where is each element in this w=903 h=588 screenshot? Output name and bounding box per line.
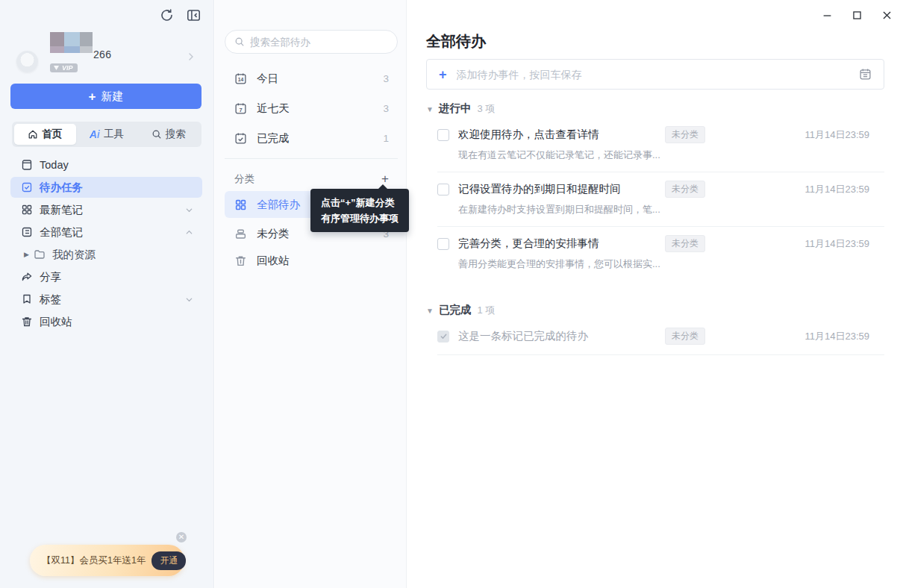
window-controls <box>821 9 893 21</box>
calendar-7-icon: 7 <box>234 102 247 115</box>
category-section-label: 分类 <box>234 172 254 186</box>
tooltip-line2: 有序管理待办事项 <box>321 210 399 226</box>
smart-list-week[interactable]: 7 近七天 3 <box>225 97 398 119</box>
plus-icon: + <box>439 68 447 81</box>
category-badge[interactable]: 未分类 <box>665 181 705 198</box>
todo-search[interactable] <box>225 30 398 54</box>
count-badge: 3 <box>383 103 389 114</box>
category-badge[interactable]: 未分类 <box>665 126 705 143</box>
promo-cta-button[interactable]: 开通 <box>151 551 186 570</box>
sidebar-item-share[interactable]: 分享 <box>10 266 202 288</box>
folder-icon <box>34 248 46 260</box>
ai-logo-icon: Ai <box>90 128 100 140</box>
trash-icon <box>21 316 33 328</box>
close-icon[interactable] <box>881 9 893 21</box>
todo-description: 善用分类能更合理的安排事情，您可以根据实... <box>458 257 869 271</box>
due-date: 11月14日23:59 <box>805 330 870 343</box>
todo-checkbox-checked[interactable] <box>437 331 449 343</box>
grid-icon <box>21 204 33 216</box>
section-count: 1 项 <box>477 304 495 317</box>
sidebar-tabs: 首页 Ai 工具 搜索 <box>12 122 201 147</box>
todo-list-panel: 14 今日 3 7 近七天 3 已完成 1 分类 + 全部待办 未分类 3 <box>215 0 407 588</box>
collapse-triangle-icon[interactable]: ▼ <box>426 307 434 315</box>
section-completed[interactable]: ▼ 已完成 1 项 <box>426 303 884 318</box>
minimize-icon[interactable] <box>821 9 833 21</box>
due-date: 11月14日23:59 <box>805 183 870 196</box>
tab-ai-tools[interactable]: Ai 工具 <box>76 124 138 145</box>
collapse-sidebar-icon[interactable] <box>185 7 201 23</box>
todo-item-completed[interactable]: 这是一条标记已完成的待办 未分类 11月14日23:59 <box>437 319 884 355</box>
new-note-button[interactable]: + 新建 <box>10 84 201 109</box>
tab-search[interactable]: 搜索 <box>137 124 199 145</box>
todo-title: 记得设置待办的到期日和提醒时间 <box>458 182 665 196</box>
todo-checkbox[interactable] <box>437 129 449 141</box>
privacy-blur <box>50 32 93 53</box>
sidebar-item-todo-tasks[interactable]: 待办任务 <box>10 177 202 198</box>
promo-close-icon[interactable]: ✕ <box>176 532 187 542</box>
sidebar-item-tags[interactable]: 标签 <box>10 288 202 310</box>
maximize-icon[interactable] <box>851 9 863 21</box>
main-content: 全部待办 + ▼ 进行中 3 项 欢迎使用待办，点击查看详情 未分类 11月14… <box>407 0 903 588</box>
todo-title: 完善分类，更合理的安排事情 <box>458 237 665 251</box>
sidebar-item-today[interactable]: Today <box>10 154 202 176</box>
todo-description: 现在有道云笔记不仅能记录笔记，还能记录事... <box>458 148 869 162</box>
search-icon <box>234 37 245 47</box>
todo-check-icon <box>21 181 33 193</box>
sidebar-nav: Today 待办任务 最新笔记 全部笔记 ▶ 我的资源 分享 <box>10 154 202 333</box>
todo-item[interactable]: 欢迎使用待办，点击查看详情 未分类 11月14日23:59 现在有道云笔记不仅能… <box>437 118 884 172</box>
todo-checkbox[interactable] <box>437 184 449 196</box>
home-icon <box>28 129 38 140</box>
todo-search-input[interactable] <box>250 37 377 48</box>
tooltip-line1: 点击“+”新建分类 <box>321 195 399 210</box>
add-todo-box[interactable]: + <box>426 59 884 90</box>
promo-text: 【双11】会员买1年送1年 <box>42 554 146 567</box>
todo-title: 欢迎使用待办，点击查看详情 <box>458 128 665 142</box>
tab-home[interactable]: 首页 <box>14 124 76 145</box>
chevron-down-icon <box>185 206 193 214</box>
chevron-down-icon <box>185 295 193 304</box>
expand-triangle-icon[interactable]: ▶ <box>24 251 29 258</box>
todo-checkbox[interactable] <box>437 238 449 250</box>
sidebar-item-trash[interactable]: 回收站 <box>10 310 202 333</box>
bookmark-icon <box>21 293 33 305</box>
smart-list-today[interactable]: 14 今日 3 <box>225 67 398 90</box>
chevron-up-icon <box>185 228 193 237</box>
grid-icon <box>234 198 247 211</box>
calendar-14-icon: 14 <box>234 72 247 85</box>
section-in-progress[interactable]: ▼ 进行中 3 项 <box>426 101 884 116</box>
sidebar-item-all-notes[interactable]: 全部笔记 <box>10 221 202 243</box>
sidebar-item-latest-notes[interactable]: 最新笔记 <box>10 198 202 221</box>
sync-icon[interactable] <box>158 7 175 23</box>
todo-description: 在新建待办时支持设置到期日和提醒时间，笔... <box>458 203 869 216</box>
todo-title: 这是一条标记已完成的待办 <box>458 329 665 343</box>
calendar-icon[interactable] <box>859 68 872 81</box>
sidebar-item-my-resources[interactable]: ▶ 我的资源 <box>10 243 202 266</box>
add-todo-input[interactable] <box>457 69 859 81</box>
share-icon <box>21 271 33 283</box>
uncategorized-icon <box>234 228 247 240</box>
due-date: 11月14日23:59 <box>805 128 870 142</box>
category-badge[interactable]: 未分类 <box>665 328 705 345</box>
search-icon <box>151 129 162 140</box>
category-badge[interactable]: 未分类 <box>665 235 705 252</box>
smart-list-completed[interactable]: 已完成 1 <box>225 127 398 149</box>
trash-icon <box>234 254 247 267</box>
svg-text:7: 7 <box>239 106 242 113</box>
smart-lists: 14 今日 3 7 近七天 3 已完成 1 <box>225 67 398 157</box>
promo-banner[interactable]: 【双11】会员买1年送1年 开通 <box>30 545 184 576</box>
count-badge: 1 <box>383 133 389 144</box>
divider <box>225 158 398 159</box>
todo-item[interactable]: 记得设置待办的到期日和提醒时间 未分类 11月14日23:59 在新建待办时支持… <box>437 172 884 227</box>
vip-badge: VIP <box>50 63 78 72</box>
chevron-right-icon[interactable] <box>187 52 196 61</box>
user-account[interactable]: 266 VIP <box>16 46 201 76</box>
todo-item[interactable]: 完善分类，更合理的安排事情 未分类 11月14日23:59 善用分类能更合理的安… <box>437 227 884 281</box>
page-icon <box>21 159 33 171</box>
due-date: 11月14日23:59 <box>805 237 870 251</box>
section-count: 3 项 <box>477 102 495 116</box>
collapse-triangle-icon[interactable]: ▼ <box>426 105 434 113</box>
document-icon <box>21 226 33 238</box>
category-trash[interactable]: 回收站 <box>225 249 398 272</box>
svg-text:14: 14 <box>238 77 244 82</box>
page-title: 全部待办 <box>426 31 486 51</box>
